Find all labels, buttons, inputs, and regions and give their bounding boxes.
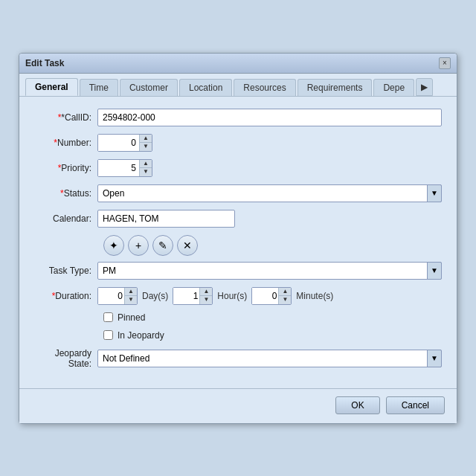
tab-resources[interactable]: Resources [234, 79, 295, 96]
edit-task-dialog: Edit Task × General Time Customer Locati… [19, 53, 457, 424]
jeopardy-state-select[interactable]: Not Defined Low High [97, 350, 442, 367]
form-content: **CallID: *Number: ▲ ▼ *Priority: [19, 97, 457, 388]
task-type-select-wrap: PM CM EM ▼ [97, 262, 442, 280]
minutes-up-button[interactable]: ▲ [279, 288, 291, 296]
tab-time[interactable]: Time [80, 79, 118, 96]
duration-label: *Duration: [34, 291, 97, 301]
number-row: *Number: ▲ ▼ [34, 134, 442, 152]
calendar-row: Calendar: [34, 210, 442, 228]
duration-fields: ▲ ▼ Day(s) ▲ ▼ Hour(s) ▲ [97, 287, 333, 305]
delete-icon-button[interactable]: ✕ [177, 235, 198, 256]
dialog-title: Edit Task [25, 58, 64, 68]
status-row: *Status: Open Closed Pending ▼ [34, 184, 442, 202]
title-bar: Edit Task × [19, 54, 457, 74]
task-type-row: Task Type: PM CM EM ▼ [34, 262, 442, 280]
tabs-container: General Time Customer Location Resources… [19, 74, 457, 97]
in-jeopardy-checkbox[interactable] [103, 330, 113, 340]
jeopardy-state-label: Jeopardy State: [34, 348, 97, 369]
ok-button[interactable]: OK [335, 396, 379, 414]
minutes-label: Minute(s) [296, 291, 333, 301]
callid-input[interactable] [97, 109, 442, 126]
tab-general[interactable]: General [25, 78, 78, 96]
number-spinner-buttons: ▲ ▼ [139, 135, 152, 151]
priority-input[interactable] [98, 160, 139, 176]
days-spinner-buttons: ▲ ▼ [124, 288, 137, 304]
duration-row: *Duration: ▲ ▼ Day(s) ▲ ▼ [34, 287, 442, 305]
callid-row: **CallID: [34, 109, 442, 126]
number-label: *Number: [34, 138, 97, 148]
days-down-button[interactable]: ▼ [125, 296, 137, 304]
in-jeopardy-row: In Jeopardy [103, 330, 442, 341]
jeopardy-state-select-wrap: Not Defined Low High ▼ [97, 350, 442, 367]
hours-input[interactable] [173, 288, 199, 304]
add-icon-button[interactable]: + [128, 235, 149, 256]
priority-spinner-buttons: ▲ ▼ [139, 160, 152, 176]
status-label: *Status: [34, 188, 97, 199]
dialog-footer: OK Cancel [19, 388, 457, 423]
pinned-checkbox[interactable] [103, 312, 113, 322]
days-up-button[interactable]: ▲ [125, 288, 137, 296]
number-spinner: ▲ ▼ [97, 134, 152, 152]
pinned-label: Pinned [118, 312, 145, 323]
minutes-input[interactable] [252, 288, 278, 304]
status-select[interactable]: Open Closed Pending [97, 184, 442, 202]
pinned-row: Pinned [103, 312, 442, 323]
number-down-button[interactable]: ▼ [140, 143, 152, 151]
days-label: Day(s) [142, 291, 168, 301]
priority-up-button[interactable]: ▲ [140, 160, 152, 168]
minutes-spinner: ▲ ▼ [251, 287, 292, 305]
minutes-spinner-buttons: ▲ ▼ [278, 288, 291, 304]
priority-down-button[interactable]: ▼ [140, 168, 152, 176]
minutes-down-button[interactable]: ▼ [279, 296, 291, 304]
priority-label: *Priority: [34, 163, 97, 173]
in-jeopardy-label: In Jeopardy [118, 330, 164, 341]
calendar-input[interactable] [97, 210, 235, 228]
status-select-wrap: Open Closed Pending ▼ [97, 184, 442, 202]
tab-location[interactable]: Location [179, 79, 232, 96]
days-spinner: ▲ ▼ [97, 287, 138, 305]
jeopardy-state-row: Jeopardy State: Not Defined Low High ▼ [34, 348, 442, 369]
tab-customer[interactable]: Customer [120, 79, 178, 96]
days-input[interactable] [98, 288, 124, 304]
number-up-button[interactable]: ▲ [140, 135, 152, 143]
hours-up-button[interactable]: ▲ [200, 288, 212, 296]
hours-spinner: ▲ ▼ [173, 287, 213, 305]
priority-row: *Priority: ▲ ▼ [34, 159, 442, 177]
hours-down-button[interactable]: ▼ [200, 296, 212, 304]
edit-icon-button[interactable]: ✎ [152, 235, 173, 256]
tab-depe[interactable]: Depe [373, 79, 414, 96]
hours-spinner-buttons: ▲ ▼ [199, 288, 212, 304]
cancel-button[interactable]: Cancel [386, 396, 445, 414]
star-icon-button[interactable]: ✦ [103, 235, 124, 256]
number-input[interactable] [98, 135, 139, 151]
task-type-label: Task Type: [34, 266, 97, 276]
hours-label: Hour(s) [217, 291, 247, 301]
priority-spinner: ▲ ▼ [97, 159, 152, 177]
callid-label: **CallID: [34, 112, 97, 123]
close-button[interactable]: × [439, 57, 451, 69]
icon-buttons-row: ✦ + ✎ ✕ [103, 235, 442, 256]
tab-more-button[interactable]: ▶ [416, 78, 433, 96]
task-type-select[interactable]: PM CM EM [97, 262, 442, 280]
calendar-label: Calendar: [34, 213, 97, 224]
tab-requirements[interactable]: Requirements [298, 79, 373, 96]
